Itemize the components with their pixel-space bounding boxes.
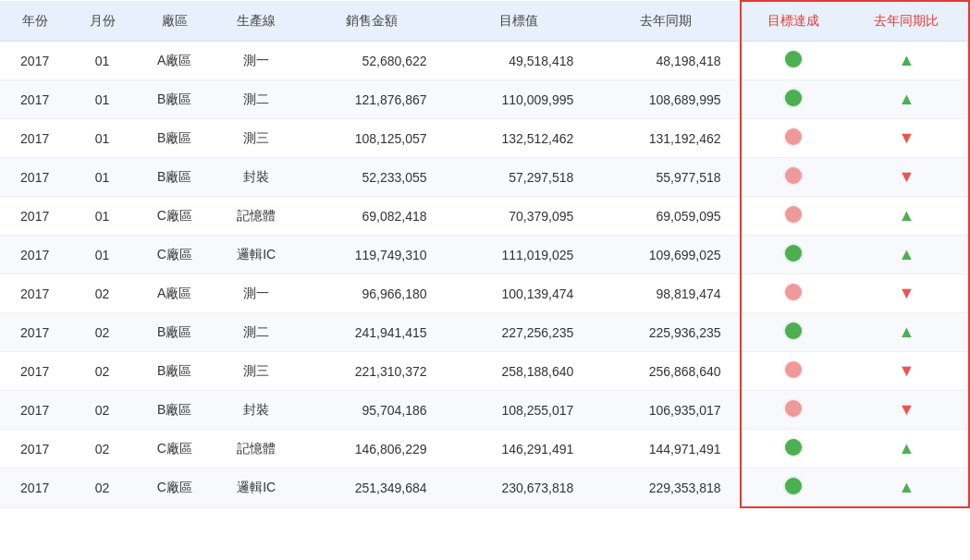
cell-lastyear: 69,059,095 (592, 197, 740, 236)
target-dot (785, 128, 802, 145)
cell-line: 測二 (215, 80, 299, 119)
target-dot (785, 361, 802, 378)
cell-plant: B廠區 (135, 391, 215, 430)
cell-month: 01 (69, 42, 135, 80)
main-table-container: 年份 月份 廠區 生產線 銷售金額 目標值 去年同期 目標達成 去年同期比 20… (0, 0, 970, 560)
cell-line: 記憶體 (215, 430, 299, 469)
cell-month: 02 (69, 274, 135, 313)
cell-yoy: ▼ (845, 274, 969, 313)
cell-yoy: ▲ (845, 313, 969, 352)
table-row: 2017 02 C廠區 邏輯IC 251,349,684 230,673,818… (0, 469, 969, 508)
cell-sales: 52,233,055 (299, 158, 446, 197)
cell-lastyear: 106,935,017 (592, 391, 740, 430)
header-line: 生產線 (215, 1, 299, 42)
cell-sales: 108,125,057 (299, 119, 446, 158)
cell-month: 01 (69, 80, 135, 119)
cell-month: 02 (69, 430, 135, 469)
yoy-arrow: ▼ (899, 284, 915, 302)
target-dot (785, 439, 802, 456)
cell-target: 111,019,025 (446, 236, 593, 274)
table-row: 2017 01 B廠區 測二 121,876,867 110,009,995 1… (0, 80, 969, 119)
cell-plant: B廠區 (135, 313, 215, 352)
cell-yoy: ▲ (845, 197, 969, 236)
data-table: 年份 月份 廠區 生產線 銷售金額 目標值 去年同期 目標達成 去年同期比 20… (0, 0, 970, 508)
cell-yoy: ▲ (845, 236, 969, 274)
cell-lastyear: 109,699,025 (592, 236, 740, 274)
cell-sales: 221,310,372 (299, 352, 446, 391)
cell-month: 01 (69, 236, 135, 274)
header-month: 月份 (69, 1, 135, 42)
cell-year: 2017 (0, 391, 69, 430)
cell-plant: B廠區 (135, 158, 215, 197)
cell-lastyear: 225,936,235 (592, 313, 740, 352)
cell-line: 邏輯IC (215, 469, 299, 508)
cell-month: 01 (69, 197, 135, 236)
header-lastyear: 去年同期 (592, 1, 740, 42)
cell-year: 2017 (0, 80, 69, 119)
cell-month: 02 (69, 469, 135, 508)
cell-sales: 69,082,418 (299, 197, 446, 236)
cell-year: 2017 (0, 352, 69, 391)
cell-target-met (741, 430, 845, 469)
header-sales: 銷售金額 (299, 1, 446, 42)
table-row: 2017 01 C廠區 記憶體 69,082,418 70,379,095 69… (0, 197, 969, 236)
yoy-arrow: ▼ (899, 128, 915, 147)
yoy-arrow: ▲ (899, 51, 915, 69)
cell-target-met (741, 80, 845, 119)
cell-year: 2017 (0, 42, 69, 80)
cell-year: 2017 (0, 274, 69, 313)
cell-lastyear: 144,971,491 (592, 430, 740, 469)
target-dot (785, 245, 802, 262)
cell-yoy: ▲ (845, 42, 969, 80)
cell-line: 邏輯IC (215, 236, 299, 274)
cell-line: 測一 (215, 274, 299, 313)
cell-target: 230,673,818 (446, 469, 593, 508)
header-plant: 廠區 (135, 1, 215, 42)
cell-yoy: ▼ (845, 119, 969, 158)
cell-sales: 251,349,684 (299, 469, 446, 508)
cell-target: 132,512,462 (446, 119, 593, 158)
table-row: 2017 01 B廠區 封裝 52,233,055 57,297,518 55,… (0, 158, 969, 197)
header-target: 目標值 (446, 1, 593, 42)
cell-plant: B廠區 (135, 119, 215, 158)
cell-target-met (741, 352, 845, 391)
cell-plant: C廠區 (135, 469, 215, 508)
cell-year: 2017 (0, 158, 69, 197)
cell-line: 測三 (215, 119, 299, 158)
yoy-arrow: ▲ (899, 90, 915, 108)
cell-lastyear: 131,192,462 (592, 119, 740, 158)
cell-year: 2017 (0, 430, 69, 469)
yoy-arrow: ▲ (899, 245, 915, 263)
cell-target: 110,009,995 (446, 80, 593, 119)
cell-target: 49,518,418 (446, 42, 593, 80)
cell-plant: C廠區 (135, 197, 215, 236)
table-row: 2017 02 A廠區 測一 96,966,180 100,139,474 98… (0, 274, 969, 313)
cell-year: 2017 (0, 119, 69, 158)
cell-target-met (741, 119, 845, 158)
cell-plant: A廠區 (135, 42, 215, 80)
cell-target: 100,139,474 (446, 274, 593, 313)
yoy-arrow: ▲ (899, 478, 915, 496)
cell-target-met (741, 158, 845, 197)
target-dot (785, 167, 802, 184)
cell-target: 108,255,017 (446, 391, 593, 430)
cell-lastyear: 256,868,640 (592, 352, 740, 391)
target-dot (785, 478, 802, 494)
cell-lastyear: 229,353,818 (592, 469, 740, 508)
cell-sales: 241,941,415 (299, 313, 446, 352)
cell-target-met (741, 42, 845, 80)
cell-line: 封裝 (215, 391, 299, 430)
cell-plant: C廠區 (135, 430, 215, 469)
cell-month: 02 (69, 313, 135, 352)
cell-target-met (741, 197, 845, 236)
cell-sales: 121,876,867 (299, 80, 446, 119)
cell-lastyear: 48,198,418 (592, 42, 740, 80)
cell-year: 2017 (0, 197, 69, 236)
cell-lastyear: 108,689,995 (592, 80, 740, 119)
cell-target: 227,256,235 (446, 313, 593, 352)
table-row: 2017 01 C廠區 邏輯IC 119,749,310 111,019,025… (0, 236, 969, 274)
header-year: 年份 (0, 1, 69, 42)
cell-month: 01 (69, 158, 135, 197)
cell-target-met (741, 313, 845, 352)
target-dot (785, 323, 802, 339)
